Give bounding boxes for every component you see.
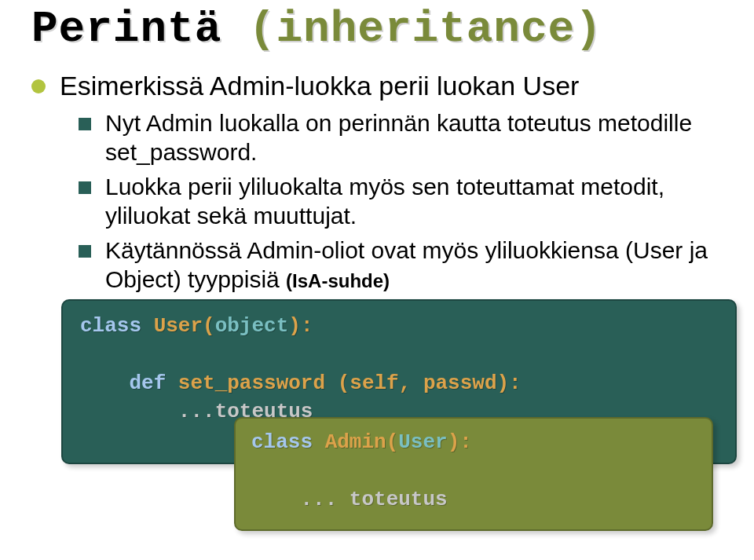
kw-def: def xyxy=(129,372,178,395)
code-region: class User(object): def set_password (se… xyxy=(61,299,737,464)
square-icon xyxy=(79,245,91,258)
class-name: Admin xyxy=(325,430,386,454)
paren-open: ( xyxy=(203,314,215,338)
parent-class: User xyxy=(398,430,447,454)
sub-text-3: Käytännössä Admin-oliot ovat myös yliluo… xyxy=(105,236,723,295)
bullet-text: Esimerkissä Admin-luokka perii luokan Us… xyxy=(60,70,579,102)
indent xyxy=(80,372,129,395)
sub-text-3-main: Käytännössä Admin-oliot ovat myös yliluo… xyxy=(105,237,708,293)
method-args: (self, passwd): xyxy=(338,372,522,395)
code-box-admin: class Admin(User): ... toteutus xyxy=(234,417,713,531)
paren-close: ): xyxy=(448,430,472,454)
title-main: Perintä xyxy=(31,4,221,54)
square-icon xyxy=(79,181,91,194)
square-icon xyxy=(79,118,91,130)
body-indent xyxy=(80,400,178,423)
isa-label: (IsA-suhde) xyxy=(286,270,390,291)
parent-class: object xyxy=(215,314,289,338)
sub-item-1: Nyt Admin luokalla on perinnän kautta to… xyxy=(79,108,723,167)
sub-item-3: Käytännössä Admin-oliot ovat myös yliluo… xyxy=(79,236,723,295)
bullet-row: Esimerkissä Admin-luokka perii luokan Us… xyxy=(31,70,723,102)
slide: Perintä (inheritance) Esimerkissä Admin-… xyxy=(0,0,754,464)
method-name: set_password xyxy=(178,372,338,395)
code-admin: class Admin(User): ... toteutus xyxy=(251,428,696,514)
sub-text-1: Nyt Admin luokalla on perinnän kautta to… xyxy=(105,108,723,167)
paren-open: ( xyxy=(386,430,399,454)
class-body: ... toteutus xyxy=(300,488,447,511)
paren-close: ): xyxy=(288,314,313,338)
kw-class: class xyxy=(251,430,325,454)
bullet-icon xyxy=(31,79,46,93)
body-indent xyxy=(251,488,300,511)
sub-text-2: Luokka perii yliluokalta myös sen toteut… xyxy=(105,172,723,231)
class-name: User xyxy=(154,314,203,338)
title-paren: (inheritance) xyxy=(249,4,602,54)
code-user: class User(object): def set_password (se… xyxy=(80,312,718,426)
kw-class: class xyxy=(80,314,154,338)
slide-title: Perintä (inheritance) xyxy=(31,0,723,70)
sub-item-2: Luokka perii yliluokalta myös sen toteut… xyxy=(79,172,723,231)
